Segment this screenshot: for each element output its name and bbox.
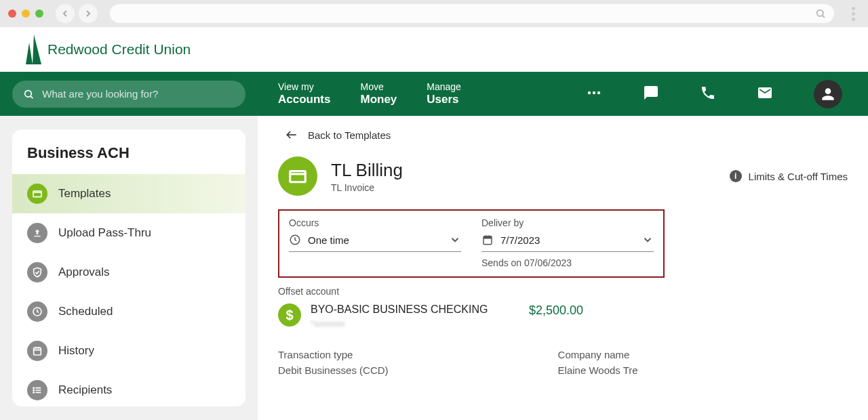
occurs-select[interactable]: One time <box>289 231 461 252</box>
close-window-button[interactable] <box>8 9 16 18</box>
topbar-icons <box>586 80 856 108</box>
sidebar-card: Business ACH Templates Upload Pass-Thru <box>12 129 245 406</box>
schedule-highlight-box: Occurs One time Deliver by 7/7/2023 Send… <box>278 209 665 278</box>
clock-icon <box>27 301 47 322</box>
details-row: Transaction type Debit Businesses (CCD) … <box>278 349 848 376</box>
logo-area: Redwood Credit Union <box>0 27 868 72</box>
sidebar-title: Business ACH <box>12 129 245 174</box>
svg-rect-22 <box>290 171 306 182</box>
info-icon: i <box>730 170 742 182</box>
template-titles: TL Billing TL Invoice <box>331 160 403 193</box>
transaction-type-block: Transaction type Debit Businesses (CCD) <box>278 349 389 376</box>
arrow-left-icon <box>285 128 298 142</box>
limits-link[interactable]: i Limits & Cut-off Times <box>730 170 848 182</box>
svg-point-4 <box>25 90 32 97</box>
company-name-label: Company name <box>558 349 638 360</box>
deliver-label: Deliver by <box>481 217 654 228</box>
more-icon[interactable] <box>586 85 602 104</box>
main-nav: View my Accounts Move Money Manage Users <box>278 81 461 106</box>
calendar-icon <box>481 234 494 246</box>
occurs-field: Occurs One time <box>289 217 461 268</box>
forward-arrow-icon[interactable] <box>79 4 98 23</box>
nav-accounts[interactable]: View my Accounts <box>278 81 330 106</box>
svg-line-5 <box>31 96 33 98</box>
sidebar-item-label: History <box>58 344 94 358</box>
logo[interactable]: Redwood Credit Union <box>23 33 191 66</box>
svg-point-18 <box>33 387 34 388</box>
company-name-value: Elaine Woods Tre <box>558 364 638 376</box>
shield-check-icon <box>27 262 47 282</box>
svg-point-19 <box>33 390 34 390</box>
person-icon <box>819 85 837 103</box>
tree-icon <box>23 33 42 66</box>
content: Back to Templates TL Billing TL Invoice … <box>258 116 868 420</box>
main-layout: Business ACH Templates Upload Pass-Thru <box>0 116 868 420</box>
dollar-icon: $ <box>278 303 301 327</box>
svg-point-0 <box>817 10 823 16</box>
sidebar-item-label: Approvals <box>58 266 110 279</box>
chat-icon[interactable] <box>643 85 659 104</box>
svg-point-6 <box>588 91 591 93</box>
upload-icon <box>27 223 47 243</box>
deliver-date-select[interactable]: 7/7/2023 <box>481 231 654 252</box>
url-bar[interactable] <box>110 4 834 23</box>
sidebar-item-label: Templates <box>58 187 111 201</box>
svg-line-1 <box>823 16 825 18</box>
avatar[interactable] <box>814 80 842 108</box>
offset-texts: BYO-BASIC BUSINESS CHECKING *xxxxxxx <box>311 303 488 329</box>
browser-menu-icon[interactable] <box>846 7 860 21</box>
page-title: TL Billing <box>331 160 403 181</box>
search-box[interactable] <box>12 81 245 108</box>
sidebar-item-upload[interactable]: Upload Pass-Thru <box>12 213 245 253</box>
svg-marker-3 <box>26 43 33 64</box>
phone-icon[interactable] <box>700 85 716 104</box>
sidebar-item-scheduled[interactable]: Scheduled <box>12 292 245 331</box>
svg-point-7 <box>593 91 595 93</box>
nav-money[interactable]: Move Money <box>360 81 397 106</box>
sidebar-item-history[interactable]: History <box>12 331 245 371</box>
maximize-window-button[interactable] <box>35 9 43 18</box>
window-controls <box>8 9 43 18</box>
minimize-window-button[interactable] <box>22 9 30 18</box>
nav-users[interactable]: Manage Users <box>427 81 461 106</box>
folder-icon <box>27 184 47 204</box>
sidebar-item-recipients[interactable]: Recipients <box>12 371 245 406</box>
sidebar-item-templates[interactable]: Templates <box>12 174 245 213</box>
sidebar-list: Templates Upload Pass-Thru Approvals <box>12 174 245 406</box>
clock-icon <box>289 234 301 246</box>
sends-on-hint: Sends on 07/06/2023 <box>481 257 654 268</box>
topbar: View my Accounts Move Money Manage Users <box>0 72 868 116</box>
svg-rect-11 <box>34 348 41 355</box>
browser-nav-arrows <box>56 4 98 23</box>
chevron-down-icon <box>449 234 461 246</box>
company-name-block: Company name Elaine Woods Tre <box>558 349 638 376</box>
search-input[interactable] <box>42 88 235 100</box>
svg-marker-2 <box>33 35 41 64</box>
svg-point-20 <box>33 392 34 393</box>
svg-rect-25 <box>484 236 492 239</box>
offset-account-name: BYO-BASIC BUSINESS CHECKING <box>311 303 488 316</box>
deliver-value: 7/7/2023 <box>500 234 540 246</box>
folder-icon <box>278 156 317 196</box>
transaction-type-label: Transaction type <box>278 349 389 360</box>
sidebar-item-label: Upload Pass-Thru <box>58 226 151 240</box>
offset-account-row: $ BYO-BASIC BUSINESS CHECKING *xxxxxxx $… <box>278 303 848 329</box>
chevron-down-icon <box>642 234 654 246</box>
search-icon <box>815 8 826 19</box>
logo-text: Redwood Credit Union <box>47 41 191 58</box>
mail-icon[interactable] <box>757 85 773 104</box>
deliver-field: Deliver by 7/7/2023 Sends on 07/06/2023 <box>481 217 654 268</box>
sidebar-item-label: Scheduled <box>58 305 113 318</box>
offset-amount: $2,500.00 <box>529 303 848 318</box>
offset-account-mask: *xxxxxxx <box>311 318 488 329</box>
back-arrow-icon[interactable] <box>56 4 75 23</box>
template-header: TL Billing TL Invoice i Limits & Cut-off… <box>278 156 848 196</box>
page-subtitle: TL Invoice <box>331 182 403 193</box>
sidebar-item-approvals[interactable]: Approvals <box>12 253 245 292</box>
sidebar-wrapper: Business ACH Templates Upload Pass-Thru <box>0 116 258 420</box>
transaction-type-value: Debit Businesses (CCD) <box>278 364 389 376</box>
back-label: Back to Templates <box>308 129 391 141</box>
search-icon <box>23 88 34 100</box>
occurs-label: Occurs <box>289 217 461 228</box>
back-to-templates[interactable]: Back to Templates <box>285 128 848 142</box>
